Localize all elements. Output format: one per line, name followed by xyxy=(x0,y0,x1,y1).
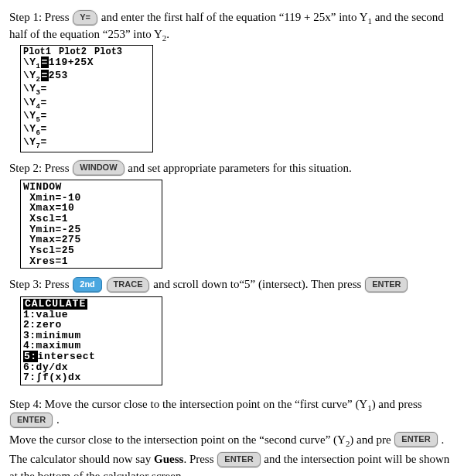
key-enter: ENTER xyxy=(10,413,53,428)
y-row-5: \Y5= xyxy=(23,111,150,124)
step-2-tail: and set appropriate parameters for this … xyxy=(128,162,352,174)
window-title: WINDOW xyxy=(23,182,159,193)
calc-row-2: 2:zero xyxy=(23,320,159,330)
y-row-3: \Y3= xyxy=(23,84,150,97)
plot1-label: Plot1 xyxy=(23,47,51,57)
step-3-text: Step 3: Press 2nd TRACE and scroll down … xyxy=(9,276,455,293)
step4-l1b: ) and press xyxy=(372,398,422,410)
window-row-3: Xscl=1 xyxy=(23,214,159,224)
step-1-text: Step 1: Press Y= and enter the first hal… xyxy=(9,9,455,42)
y-row-6: \Y6= xyxy=(23,124,150,137)
plot3-label: Plot3 xyxy=(94,47,122,57)
step-1: Step 1: Press Y= and enter the first hal… xyxy=(9,9,455,152)
window-row-2: Xmax=10 xyxy=(23,203,159,214)
calc-row-7: 7:∫f(x)dx xyxy=(23,372,159,383)
step4-l1a: Step 4: Move the cursor close to the int… xyxy=(9,398,367,410)
key-enter: ENTER xyxy=(394,432,437,447)
step4-l2c: . xyxy=(438,433,445,446)
step-4-line1: Step 4: Move the cursor close to the int… xyxy=(9,396,455,429)
step-4: Step 4: Move the cursor close to the int… xyxy=(9,396,455,476)
step-2-text: Step 2: Press WINDOW and set appropriate… xyxy=(9,160,455,177)
step-1-lead: Step 1: Press xyxy=(9,11,72,23)
step4-l1c: . xyxy=(53,413,60,426)
window-row-6: Yscl=25 xyxy=(23,245,159,256)
plot2-label: Plot2 xyxy=(59,47,87,57)
window-row-4: Ymin=-25 xyxy=(23,224,159,235)
step-3: Step 3: Press 2nd TRACE and scroll down … xyxy=(9,276,455,385)
key-y-equals: Y= xyxy=(73,10,97,26)
step-4-line3: The calculator should now say Guess. Pre… xyxy=(9,451,455,476)
step4-l3b: . Press xyxy=(183,453,217,465)
calc-row-4: 4:maximum xyxy=(23,341,159,351)
window-row-7: Xres=1 xyxy=(23,256,159,267)
calculate-title: CALCULATE xyxy=(23,299,159,310)
key-window: WINDOW xyxy=(73,160,124,176)
plot-header: Plot1 Plot2 Plot3 xyxy=(23,47,150,57)
step-3-mid: and scroll down to“5” (intersect). Then … xyxy=(153,278,364,290)
step-2: Step 2: Press WINDOW and set appropriate… xyxy=(9,160,455,269)
y-row-1: \Y1=119+25X xyxy=(23,57,150,70)
step4-l2b: ) and pre xyxy=(350,433,394,446)
calc-screen-window: WINDOW Xmin=-10 Xmax=10 Xscl=1 Ymin=-25 … xyxy=(20,180,162,269)
step-2-lead: Step 2: Press xyxy=(9,162,72,174)
y-row-7: \Y7= xyxy=(23,137,150,150)
step-1-end: . xyxy=(166,28,169,40)
calc-row-6: 6:dy/dx xyxy=(23,362,159,373)
step4-l2a: Move the cursor close to the intersectio… xyxy=(9,433,346,446)
step4-l3a: The calculator should now say xyxy=(9,453,154,465)
key-enter: ENTER xyxy=(365,277,408,293)
calc-row-1: 1:value xyxy=(23,310,159,320)
y-row-2: \Y2=253 xyxy=(23,70,150,84)
key-2nd: 2nd xyxy=(73,277,102,293)
calc-screen-calculate: CALCULATE 1:value2:zero3:minimum4:maximu… xyxy=(20,296,162,385)
step4-guess: Guess xyxy=(154,453,183,465)
calc-screen-y-editor: Plot1 Plot2 Plot3 \Y1=119+25X\Y2=253\Y3=… xyxy=(20,45,153,152)
calc-row-3: 3:minimum xyxy=(23,330,159,341)
key-trace: TRACE xyxy=(107,277,150,293)
window-row-5: Ymax=275 xyxy=(23,235,159,245)
step-1-mid: and enter the first half of the equation… xyxy=(101,11,368,23)
key-enter: ENTER xyxy=(217,452,260,467)
y-row-4: \Y4= xyxy=(23,98,150,111)
step-4-line2: Move the cursor close to the intersectio… xyxy=(9,432,455,449)
step-3-lead: Step 3: Press xyxy=(9,278,72,290)
window-row-1: Xmin=-10 xyxy=(23,193,159,204)
calc-row-5: 5:intersect xyxy=(23,351,159,362)
